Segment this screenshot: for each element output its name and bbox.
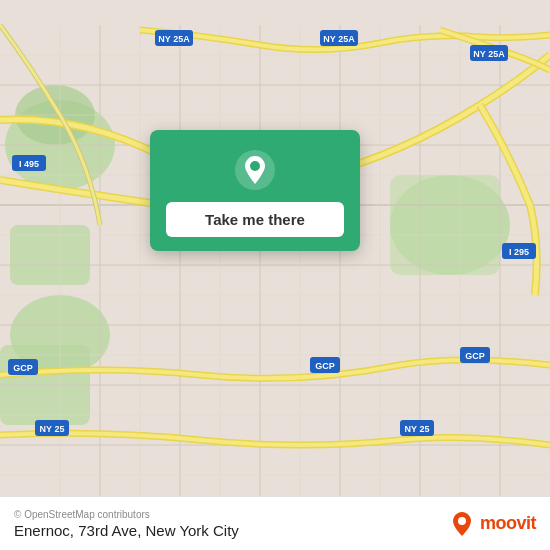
bottom-left-info: © OpenStreetMap contributors Enernoc, 73… [14,509,239,539]
svg-text:NY 25: NY 25 [40,424,65,434]
svg-point-59 [458,517,466,525]
svg-point-58 [250,161,260,171]
map-container: NY 25A NY 25A NY 25A I 495 I 495 I 295 G… [0,0,550,550]
moovit-pin-icon [448,510,476,538]
svg-text:NY 25A: NY 25A [323,34,355,44]
svg-rect-6 [390,175,500,275]
svg-text:I 495: I 495 [19,159,39,169]
svg-text:GCP: GCP [13,363,33,373]
bottom-bar: © OpenStreetMap contributors Enernoc, 73… [0,496,550,550]
svg-text:GCP: GCP [315,361,335,371]
svg-text:GCP: GCP [465,351,485,361]
location-label: Enernoc, 73rd Ave, New York City [14,522,239,539]
map-background: NY 25A NY 25A NY 25A I 495 I 495 I 295 G… [0,0,550,550]
take-me-there-button[interactable]: Take me there [166,202,344,237]
moovit-brand-text: moovit [480,513,536,534]
moovit-logo: moovit [448,510,536,538]
location-pin-icon [233,148,277,192]
svg-text:NY 25A: NY 25A [473,49,505,59]
svg-text:NY 25A: NY 25A [158,34,190,44]
svg-text:NY 25: NY 25 [405,424,430,434]
svg-text:I 295: I 295 [509,247,529,257]
svg-rect-3 [10,225,90,285]
map-attribution: © OpenStreetMap contributors [14,509,239,520]
popup-card: Take me there [150,130,360,251]
